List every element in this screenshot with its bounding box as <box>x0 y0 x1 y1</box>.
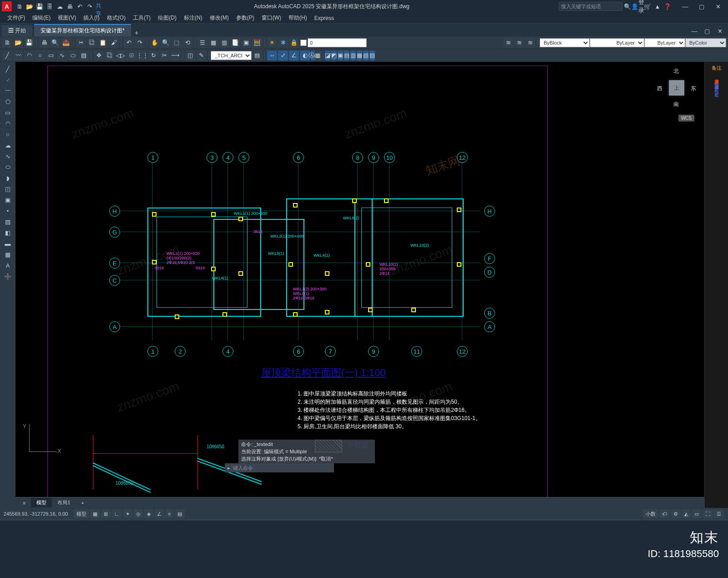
draw-hatch-icon[interactable]: ▨ <box>79 51 89 61</box>
rb-open-icon[interactable]: 📂 <box>13 38 23 48</box>
t1-icon[interactable]: ◪ <box>325 51 330 61</box>
sb-full-icon[interactable]: ⛶ <box>703 509 713 518</box>
qat-undo-icon[interactable]: ↶ <box>76 2 84 10</box>
dim-ali-icon[interactable]: ⤢ <box>278 51 288 61</box>
maximize-button[interactable]: ▢ <box>693 0 710 13</box>
menu-文件[interactable]: 文件(F) <box>4 14 29 22</box>
menu-编辑[interactable]: 编辑(E) <box>29 14 54 22</box>
qat-open-icon[interactable]: 📂 <box>25 2 34 10</box>
mod-extend-icon[interactable]: ⟶ <box>170 51 180 61</box>
lt-line-icon[interactable]: ╱ <box>2 64 14 74</box>
search-input[interactable]: 搜入关键字或短语 <box>559 2 622 11</box>
lt-block-icon[interactable]: ◫ <box>2 184 14 194</box>
lt-rev-icon[interactable]: ☁ <box>2 140 14 150</box>
rb-redo-icon[interactable]: ↷ <box>135 38 145 48</box>
linetype-select[interactable]: ByLayer <box>644 38 685 47</box>
menu-工具[interactable]: 工具(T) <box>129 14 154 22</box>
rb-copy-icon[interactable]: ⿻ <box>87 38 97 48</box>
document-tab[interactable]: 安徽某异形柱框架住宅结构设计图* <box>34 24 131 36</box>
lt-arc-icon[interactable]: ◠ <box>2 118 14 128</box>
sb-iso-icon[interactable]: ◭ <box>682 509 691 518</box>
sb-osnap-icon[interactable]: ◎ <box>133 509 143 518</box>
sb-polar-icon[interactable]: ✶ <box>123 509 132 518</box>
add-layout-button[interactable]: + <box>76 499 90 507</box>
layout-tab[interactable]: 布局1 <box>52 498 76 507</box>
lt-circle-icon[interactable]: ○ <box>2 129 14 139</box>
rb-mark-icon[interactable]: ▣ <box>241 38 251 48</box>
hamburger-icon[interactable]: ≡ <box>17 499 31 507</box>
rb-new-icon[interactable]: 🗎 <box>2 38 12 48</box>
lt-pline-icon[interactable]: 〰 <box>2 86 14 96</box>
help-icon[interactable]: ❓ <box>663 2 672 10</box>
sb-3dosnap-icon[interactable]: ◈ <box>144 509 153 518</box>
sb-clean-icon[interactable]: ▭ <box>692 509 702 518</box>
menu-视图[interactable]: 视图(V) <box>54 14 80 22</box>
qat-save-icon[interactable]: 💾 <box>35 2 44 10</box>
rb-save-icon[interactable]: 💾 <box>24 38 34 48</box>
t8-icon[interactable]: ▨ <box>369 51 375 61</box>
dim-ang-icon[interactable]: ∠ <box>289 51 299 61</box>
login-button[interactable]: 👤 登录 <box>633 2 642 10</box>
mod-offset-icon[interactable]: ⦾ <box>126 51 136 61</box>
mod-copy-icon[interactable]: ⿻ <box>105 51 115 61</box>
sb-snap-icon[interactable]: ⊞ <box>101 509 111 518</box>
doc-min-button[interactable]: — <box>688 25 701 36</box>
lt-poly-icon[interactable]: ⬠ <box>2 96 14 106</box>
command-input[interactable]: ▸ 键入命令 <box>225 463 334 472</box>
rb-props-icon[interactable]: ☰ <box>197 38 207 48</box>
block-edit-icon[interactable]: ✎ <box>196 51 206 61</box>
viewcube[interactable]: 北 西 东 南 上 <box>656 67 697 108</box>
vc-north[interactable]: 北 <box>673 67 679 75</box>
rb-dc-icon[interactable]: ▦ <box>208 38 218 48</box>
qat-saveas-icon[interactable]: 🗄 <box>46 2 54 10</box>
qat-plot-icon[interactable]: 🖶 <box>66 2 74 10</box>
layer-filter-select[interactable]: _TCH_ARCH <box>211 51 252 60</box>
menu-帮助[interactable]: 帮助(H) <box>285 14 311 22</box>
lt-elarc-icon[interactable]: ◗ <box>2 173 14 183</box>
lt-spline-icon[interactable]: ∿ <box>2 151 14 161</box>
block-icon[interactable]: ◫ <box>185 51 195 61</box>
rb-publish-icon[interactable]: 📤 <box>61 38 71 48</box>
vc-top-face[interactable]: 上 <box>669 80 684 96</box>
rb-zoom-icon[interactable]: 🔍 <box>161 38 171 48</box>
model-tab[interactable]: 模型 <box>31 498 52 507</box>
sb-anno-icon[interactable]: 🏷 <box>659 509 670 518</box>
doc-close-button[interactable]: ✕ <box>713 25 726 36</box>
menu-express[interactable]: Express <box>311 15 338 21</box>
qat-cloud-icon[interactable]: ☁ <box>56 2 64 10</box>
menu-格式[interactable]: 格式(O) <box>103 14 129 22</box>
draw-circle-icon[interactable]: ○ <box>35 51 45 61</box>
t4-icon[interactable]: ▤ <box>344 51 349 61</box>
rb-preview-icon[interactable]: 🔍 <box>50 38 60 48</box>
rb-ssm-icon[interactable]: 📑 <box>230 38 240 48</box>
rb-freeze-icon[interactable]: ❄ <box>278 38 288 48</box>
lt-region-icon[interactable]: ▬ <box>2 238 14 248</box>
draw-line-icon[interactable]: ╱ <box>2 51 12 61</box>
layer-state-input[interactable] <box>308 38 367 47</box>
menu-标注[interactable]: 标注(N) <box>180 14 206 22</box>
cart-icon[interactable]: 🛒 <box>643 2 652 10</box>
layer-color-swatch[interactable] <box>300 40 307 46</box>
rb-tp-icon[interactable]: ▥ <box>219 38 229 48</box>
lt-point-icon[interactable]: • <box>2 206 14 216</box>
mod-rotate-icon[interactable]: ↻ <box>148 51 158 61</box>
vc-east[interactable]: 东 <box>691 85 696 92</box>
lineweight-select[interactable]: ByLayer <box>590 38 644 47</box>
color-select[interactable]: ByBlock <box>540 38 590 47</box>
sb-gear-icon[interactable]: ⚙ <box>671 509 681 518</box>
layer-tool-icon[interactable]: ▤ <box>252 51 262 61</box>
lt-text-icon[interactable]: A <box>2 260 14 270</box>
mtext-icon[interactable]: Ⓐ ▦ ◪ ◩ ▣ ▤ ▥ ▦ ▧ ▨ <box>337 51 347 61</box>
mod-mirror-icon[interactable]: ◁▷ <box>116 51 126 61</box>
rb-zoomprev-icon[interactable]: ⟲ <box>182 38 192 48</box>
lt-hatch-icon[interactable]: ▨ <box>2 217 14 227</box>
rb-match-icon[interactable]: 🖌 <box>109 38 119 48</box>
rb-lock-icon[interactable]: 🔒 <box>289 38 299 48</box>
lt-grad-icon[interactable]: ◧ <box>2 228 14 238</box>
sb-custom-icon[interactable]: ☰ <box>714 509 724 518</box>
qat-redo-icon[interactable]: ↷ <box>86 2 94 10</box>
t5-icon[interactable]: ▥ <box>350 51 356 61</box>
search-icon[interactable]: 🔍 <box>623 2 632 10</box>
minimize-button[interactable]: — <box>677 0 693 13</box>
sb-lw-icon[interactable]: ≡ <box>165 509 173 518</box>
